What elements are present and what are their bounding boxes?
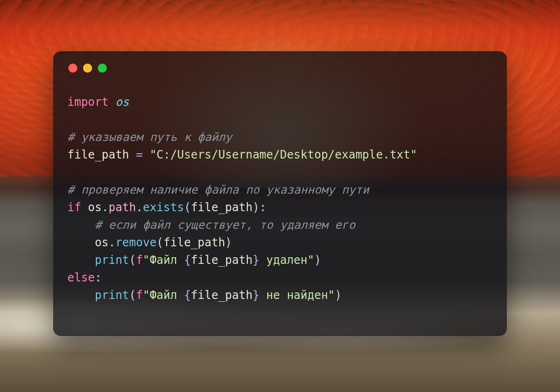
colon: :	[260, 201, 266, 214]
kw-import: import	[67, 95, 109, 109]
paren-open: (	[184, 201, 191, 214]
quote: "	[143, 253, 149, 267]
paren-open: (	[129, 253, 136, 267]
indent	[67, 218, 95, 232]
f-prefix: f	[136, 253, 143, 267]
brace-open: {	[184, 289, 191, 302]
str-text: Файл	[149, 289, 184, 302]
brace-close: }	[252, 289, 259, 302]
arg-file-path: file_path	[163, 236, 225, 249]
attr-path: path	[109, 201, 136, 214]
dot: .	[102, 201, 108, 214]
mod-os: os	[115, 95, 129, 109]
fn-exists: exists	[143, 201, 184, 214]
quote: "	[328, 289, 335, 302]
quote: "	[308, 253, 314, 267]
brace-close: }	[252, 253, 259, 267]
paren-close: )	[252, 201, 259, 214]
colon: :	[95, 271, 102, 284]
indent	[67, 236, 95, 249]
arg-file-path: file_path	[191, 201, 252, 214]
obj-os: os	[95, 236, 109, 249]
minimize-button[interactable]	[83, 64, 92, 73]
maximize-button[interactable]	[98, 64, 107, 73]
obj-os: os	[88, 201, 102, 214]
code-window: import os # указываем путь к файлу file_…	[53, 51, 507, 336]
paren-open: (	[157, 236, 163, 249]
indent	[67, 253, 95, 267]
str-text: не найден	[260, 289, 328, 302]
comment-check: # проверяем наличие файла по указанному …	[67, 183, 369, 196]
kw-if: if	[67, 201, 81, 214]
paren-close: )	[335, 289, 342, 302]
comment-path: # указываем путь к файлу	[67, 131, 232, 144]
indent	[67, 289, 95, 302]
fn-print: print	[95, 289, 129, 302]
paren-close: )	[314, 253, 321, 267]
code-content: import os # указываем путь к файлу file_…	[67, 93, 493, 304]
interp-file-path: file_path	[191, 253, 252, 267]
var-file-path: file_path	[67, 148, 129, 161]
brace-open: {	[184, 253, 191, 267]
str-text: Файл	[149, 253, 184, 267]
fn-print: print	[95, 253, 129, 267]
kw-else: else	[67, 271, 95, 284]
dot: .	[136, 201, 143, 214]
dot: .	[109, 236, 115, 249]
paren-open: (	[129, 289, 136, 302]
fn-remove: remove	[115, 236, 157, 249]
op-eq: =	[136, 148, 143, 161]
paren-close: )	[225, 236, 232, 249]
close-button[interactable]	[68, 64, 77, 73]
comment-delete: # если файл существует, то удаляем его	[95, 218, 355, 232]
quote: "	[143, 289, 149, 302]
str-path: "C:/Users/Username/Desktop/example.txt"	[149, 148, 417, 161]
str-text: удален	[260, 253, 308, 267]
window-controls	[68, 64, 493, 73]
f-prefix: f	[136, 289, 143, 302]
interp-file-path: file_path	[191, 289, 252, 302]
